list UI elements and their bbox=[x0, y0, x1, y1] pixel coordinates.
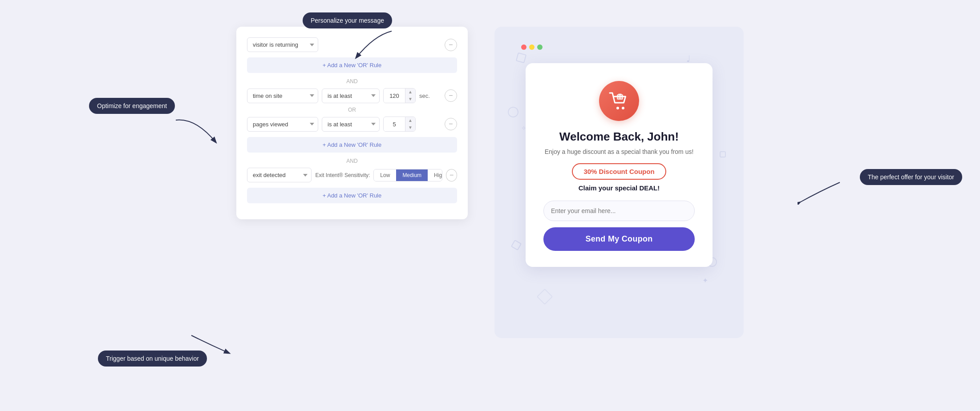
rule-row-3: pages viewed time on site scroll depth i… bbox=[247, 117, 457, 132]
remove-rule-2-button[interactable]: − bbox=[445, 89, 457, 102]
or-divider: OR bbox=[247, 107, 457, 113]
remove-rule-4-button[interactable]: − bbox=[446, 169, 457, 181]
send-coupon-button[interactable]: Send My Coupon bbox=[543, 227, 695, 251]
sensitivity-label: Exit Intent® Sensitivity: bbox=[315, 172, 370, 178]
arrow-optimize bbox=[174, 116, 218, 147]
field-select-2[interactable]: time on site pages viewed scroll depth bbox=[247, 89, 318, 103]
rule-group-1: visitor is returning visitor is new visi… bbox=[247, 37, 457, 75]
increment-2[interactable]: ▲ bbox=[405, 89, 415, 96]
exit-intent-row: exit detected scroll depth Exit Intent® … bbox=[247, 168, 457, 182]
visitor-condition-select[interactable]: visitor is returning visitor is new visi… bbox=[247, 37, 318, 52]
operator-select-2[interactable]: is at least is at most equals bbox=[322, 89, 380, 103]
tooltip-optimize: Optimize for engagement bbox=[89, 98, 175, 114]
welcome-title: Welcome Back, John! bbox=[559, 130, 679, 144]
number-field-2[interactable] bbox=[384, 89, 405, 103]
decrement-3[interactable]: ▼ bbox=[405, 124, 415, 131]
svg-point-1 bbox=[622, 107, 624, 109]
email-input[interactable] bbox=[543, 201, 695, 221]
number-arrows-2: ▲ ▼ bbox=[405, 89, 415, 103]
add-or-rule-1-button[interactable]: + Add a New 'OR' Rule bbox=[247, 57, 457, 73]
operator-select-3[interactable]: is at least is at most bbox=[322, 117, 380, 132]
sensitivity-high-button[interactable]: High bbox=[428, 169, 442, 181]
tooltip-personalize: Personalize your message bbox=[303, 12, 392, 28]
unit-label-2: sec. bbox=[419, 93, 430, 99]
and-divider-2: AND bbox=[247, 158, 457, 164]
dot-green bbox=[537, 44, 543, 50]
popup-card: Welcome Back, John! Enjoy a huge discoun… bbox=[526, 63, 713, 267]
arrow-perfect bbox=[798, 178, 842, 205]
svg-point-0 bbox=[616, 107, 619, 109]
left-panel: visitor is returning visitor is new visi… bbox=[236, 27, 468, 219]
rule-group-4: exit detected scroll depth Exit Intent® … bbox=[247, 168, 457, 205]
number-input-3: ▲ ▼ bbox=[383, 117, 416, 132]
rule-row-2: time on site pages viewed scroll depth i… bbox=[247, 88, 457, 103]
tooltip-perfect: The perfect offer for your visitor bbox=[860, 169, 962, 185]
decrement-2[interactable]: ▼ bbox=[405, 96, 415, 103]
rule-row-1: visitor is returning visitor is new visi… bbox=[247, 37, 457, 52]
sensitivity-low-button[interactable]: Low bbox=[374, 169, 396, 181]
main-container: Personalize your message visitor is retu… bbox=[0, 0, 980, 411]
welcome-subtitle: Enjoy a huge discount as a special thank… bbox=[545, 148, 694, 155]
number-input-2: ▲ ▼ bbox=[383, 88, 416, 103]
claim-text: Claim your special DEAL! bbox=[579, 184, 660, 192]
right-panel: ♩ ✦ ✧ Welco bbox=[494, 27, 744, 338]
cart-icon bbox=[609, 92, 629, 110]
remove-rule-3-button[interactable]: − bbox=[445, 118, 457, 130]
rule-group-2: time on site pages viewed scroll depth i… bbox=[247, 88, 457, 154]
increment-3[interactable]: ▲ bbox=[405, 117, 415, 124]
cart-icon-circle bbox=[599, 81, 639, 121]
number-field-3[interactable] bbox=[384, 117, 405, 131]
browser-dots bbox=[521, 44, 543, 50]
sensitivity-medium-button[interactable]: Medium bbox=[396, 169, 428, 181]
field-select-3[interactable]: pages viewed time on site scroll depth bbox=[247, 117, 318, 132]
coupon-badge: 30% Discount Coupon bbox=[572, 163, 666, 180]
and-divider-1: AND bbox=[247, 78, 457, 85]
sensitivity-group: Low Medium High bbox=[373, 169, 442, 181]
tooltip-trigger: Trigger based on unique behavior bbox=[98, 351, 207, 367]
add-or-rule-2-button[interactable]: + Add a New 'OR' Rule bbox=[247, 137, 457, 153]
add-or-rule-3-button[interactable]: + Add a New 'OR' Rule bbox=[247, 188, 457, 203]
remove-rule-1-button[interactable]: − bbox=[445, 39, 457, 51]
number-arrows-3: ▲ ▼ bbox=[405, 117, 415, 131]
exit-field-select[interactable]: exit detected scroll depth bbox=[247, 168, 312, 182]
dot-yellow bbox=[529, 44, 535, 50]
dot-red bbox=[521, 44, 526, 50]
